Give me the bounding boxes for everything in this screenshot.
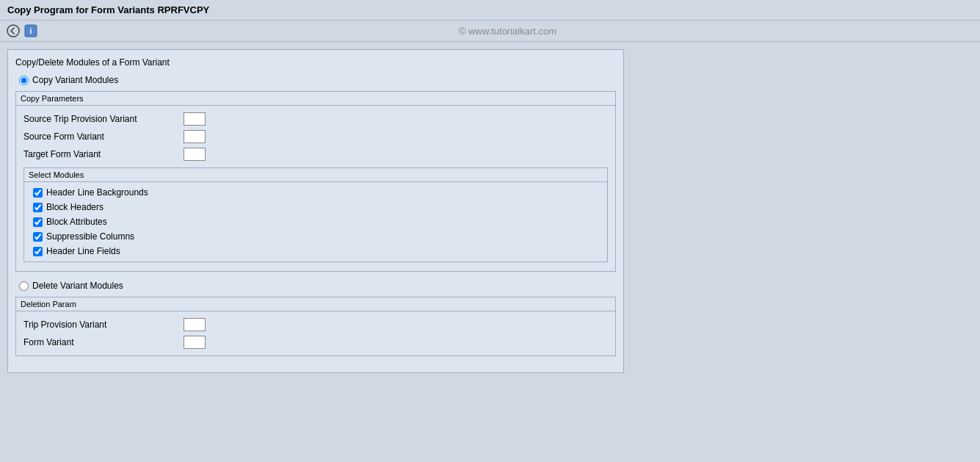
delete-variant-label[interactable]: Delete Variant Modules bbox=[32, 281, 123, 291]
outer-panel-title: Copy/Delete Modules of a Form Variant bbox=[15, 57, 616, 68]
suppressible-columns-label[interactable]: Suppressible Columns bbox=[46, 231, 134, 242]
copy-parameters-content: Source Trip Provision Variant Source For… bbox=[16, 106, 615, 271]
copy-variant-label[interactable]: Copy Variant Modules bbox=[32, 75, 118, 85]
block-headers-row: Block Headers bbox=[29, 200, 603, 214]
suppressible-columns-row: Suppressible Columns bbox=[29, 229, 603, 244]
select-modules-title: Select Modules bbox=[24, 168, 607, 182]
del-form-variant-row: Form Variant bbox=[23, 333, 608, 351]
watermark: © www.tutorialkart.com bbox=[41, 26, 974, 37]
suppressible-columns-checkbox[interactable] bbox=[33, 232, 43, 242]
block-headers-label[interactable]: Block Headers bbox=[46, 202, 104, 212]
select-modules-content: Header Line Backgrounds Block Headers Bl… bbox=[24, 182, 607, 261]
block-attributes-checkbox[interactable] bbox=[33, 217, 43, 227]
deletion-param-title: Deletion Param bbox=[16, 297, 615, 311]
copy-variant-radio[interactable] bbox=[19, 76, 29, 85]
del-trip-provision-input[interactable] bbox=[184, 318, 206, 331]
main-content: Copy/Delete Modules of a Form Variant Co… bbox=[0, 42, 980, 380]
target-form-variant-row: Target Form Variant bbox=[23, 145, 608, 163]
toolbar: i © www.tutorialkart.com bbox=[0, 21, 980, 42]
title-bar: Copy Program for Form Variants RPRFVCPY bbox=[0, 0, 980, 21]
source-trip-provision-label: Source Trip Provision Variant bbox=[23, 114, 178, 124]
copy-parameters-title: Copy Parameters bbox=[16, 92, 615, 106]
block-attributes-label[interactable]: Block Attributes bbox=[46, 217, 107, 227]
copy-parameters-panel: Copy Parameters Source Trip Provision Va… bbox=[15, 91, 616, 272]
header-line-backgrounds-row: Header Line Backgrounds bbox=[29, 185, 603, 200]
delete-variant-radio[interactable] bbox=[19, 281, 29, 291]
select-modules-panel: Select Modules Header Line Backgrounds B… bbox=[23, 167, 608, 262]
source-form-variant-label: Source Form Variant bbox=[23, 131, 178, 142]
source-form-variant-input[interactable] bbox=[184, 130, 206, 143]
deletion-param-panel: Deletion Param Trip Provision Variant Fo… bbox=[15, 297, 616, 356]
del-form-variant-input[interactable] bbox=[184, 336, 206, 349]
deletion-param-content: Trip Provision Variant Form Variant bbox=[16, 311, 615, 355]
page-title: Copy Program for Form Variants RPRFVCPY bbox=[7, 4, 209, 15]
info-icon[interactable]: i bbox=[23, 24, 38, 38]
target-form-variant-label: Target Form Variant bbox=[23, 149, 178, 159]
block-attributes-row: Block Attributes bbox=[29, 214, 603, 229]
svg-text:i: i bbox=[29, 26, 32, 35]
del-trip-provision-label: Trip Provision Variant bbox=[23, 320, 178, 330]
copy-variant-radio-option: Copy Variant Modules bbox=[19, 75, 616, 85]
block-headers-checkbox[interactable] bbox=[33, 203, 43, 212]
header-line-fields-label[interactable]: Header Line Fields bbox=[46, 246, 120, 256]
header-line-fields-row: Header Line Fields bbox=[29, 244, 603, 259]
svg-point-0 bbox=[7, 25, 19, 37]
del-form-variant-label: Form Variant bbox=[23, 337, 178, 347]
source-form-variant-row: Source Form Variant bbox=[23, 128, 608, 145]
del-trip-provision-row: Trip Provision Variant bbox=[23, 316, 608, 333]
source-trip-provision-row: Source Trip Provision Variant bbox=[23, 110, 608, 128]
header-line-backgrounds-label[interactable]: Header Line Backgrounds bbox=[46, 187, 148, 198]
back-icon[interactable] bbox=[6, 24, 21, 38]
delete-variant-radio-option: Delete Variant Modules bbox=[19, 281, 616, 291]
outer-panel: Copy/Delete Modules of a Form Variant Co… bbox=[7, 49, 624, 373]
source-trip-provision-input[interactable] bbox=[184, 112, 206, 126]
header-line-fields-checkbox[interactable] bbox=[33, 247, 43, 256]
header-line-backgrounds-checkbox[interactable] bbox=[33, 188, 43, 198]
target-form-variant-input[interactable] bbox=[184, 148, 206, 161]
